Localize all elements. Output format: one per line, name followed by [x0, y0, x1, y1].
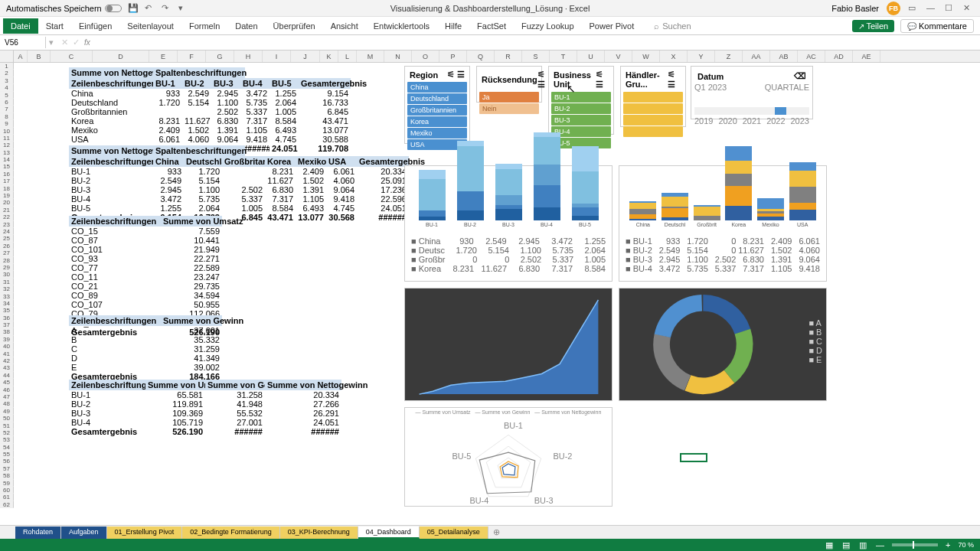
- row-header[interactable]: 1: [0, 63, 14, 70]
- row-header[interactable]: 30: [0, 271, 14, 278]
- col-header[interactable]: R: [495, 51, 522, 62]
- row-header[interactable]: 28: [0, 257, 14, 264]
- row-header[interactable]: 22: [0, 214, 14, 220]
- row-header[interactable]: 50: [0, 415, 14, 422]
- slicer-item[interactable]: [623, 126, 683, 137]
- row-header[interactable]: 32: [0, 285, 14, 292]
- toggle-icon[interactable]: [105, 5, 122, 12]
- row-header[interactable]: 33: [0, 293, 14, 300]
- tab-seitenlayout[interactable]: Seitenlayout: [119, 18, 181, 34]
- sheet-tab[interactable]: 04_Dashboard: [358, 527, 420, 539]
- slicer-item[interactable]: Deutschland: [407, 93, 467, 104]
- slicer-item[interactable]: BU-3: [551, 115, 611, 126]
- row-header[interactable]: 4: [0, 84, 14, 91]
- qat-dropdown-icon[interactable]: ▾: [178, 3, 189, 14]
- chart-area[interactable]: [404, 288, 612, 401]
- col-header[interactable]: N: [384, 51, 412, 62]
- row-header[interactable]: 20: [0, 199, 14, 206]
- col-header[interactable]: E: [149, 51, 178, 62]
- zoom-slider[interactable]: [892, 543, 938, 546]
- autosave-toggle[interactable]: Automatisches Speichern: [6, 4, 122, 13]
- row-header[interactable]: 34: [0, 300, 14, 307]
- slicer-item[interactable]: [623, 115, 683, 126]
- maximize-icon[interactable]: ☐: [945, 3, 956, 14]
- col-header[interactable]: AC: [798, 51, 825, 62]
- row-header[interactable]: 61: [0, 494, 14, 500]
- row-header[interactable]: 11: [0, 135, 14, 142]
- tab-start[interactable]: Start: [38, 18, 71, 34]
- tab-hilfe[interactable]: Hilfe: [437, 18, 469, 34]
- row-header[interactable]: 24: [0, 228, 14, 235]
- slicer-item[interactable]: China: [407, 82, 467, 93]
- close-icon[interactable]: ✕: [963, 3, 974, 14]
- slicer-filter-icon[interactable]: ⚟ ☰: [537, 70, 545, 90]
- share-button[interactable]: ↗ Teilen: [852, 20, 895, 32]
- row-header[interactable]: 25: [0, 235, 14, 242]
- row-header[interactable]: 54: [0, 444, 14, 451]
- tab-ueberpruefen[interactable]: Überprüfen: [266, 18, 323, 34]
- view-pagebreak-icon[interactable]: ▥: [859, 540, 868, 549]
- row-header[interactable]: 7: [0, 106, 14, 112]
- row-header[interactable]: 35: [0, 307, 14, 314]
- sheet-tab[interactable]: Aufgaben: [61, 527, 107, 539]
- col-header[interactable]: L: [338, 51, 357, 62]
- row-header[interactable]: 48: [0, 400, 14, 407]
- fx-icon[interactable]: fx: [84, 38, 90, 47]
- slicer-filter-icon[interactable]: ⚟ ☰: [596, 70, 609, 90]
- row-header[interactable]: 27: [0, 249, 14, 256]
- col-header[interactable]: C: [51, 51, 93, 62]
- row-header[interactable]: 39: [0, 336, 14, 343]
- slicer-item[interactable]: BU-1: [551, 92, 611, 103]
- selected-cell[interactable]: [680, 453, 707, 462]
- col-header[interactable]: B: [28, 51, 51, 62]
- row-header[interactable]: 3: [0, 77, 14, 84]
- row-header[interactable]: 26: [0, 243, 14, 249]
- col-header[interactable]: S: [522, 51, 550, 62]
- col-header[interactable]: V: [605, 51, 632, 62]
- col-header[interactable]: O: [412, 51, 439, 62]
- row-header[interactable]: 41: [0, 350, 14, 357]
- slicer-item[interactable]: [623, 103, 683, 114]
- col-header[interactable]: U: [577, 51, 605, 62]
- tab-factset[interactable]: FactSet: [469, 18, 514, 34]
- row-header[interactable]: 42: [0, 357, 14, 364]
- row-header[interactable]: 23: [0, 221, 14, 228]
- name-box[interactable]: V56: [0, 37, 46, 48]
- zoom-level[interactable]: 70 %: [958, 541, 974, 549]
- timeline-clear-icon[interactable]: ⌫: [794, 71, 806, 81]
- row-header[interactable]: 57: [0, 465, 14, 472]
- cancel-formula-icon[interactable]: ✕: [61, 37, 68, 47]
- tab-powerpivot[interactable]: Power Pivot: [582, 18, 642, 34]
- pivot-table-1[interactable]: Summe von NettogewinnSpaltenbeschriftung…: [69, 67, 351, 153]
- row-header[interactable]: 37: [0, 321, 14, 328]
- row-header[interactable]: 51: [0, 422, 14, 429]
- col-header[interactable]: A: [14, 51, 28, 62]
- view-normal-icon[interactable]: ▦: [825, 540, 835, 549]
- sheet-tab[interactable]: 02_Bedingte Formatierung: [182, 527, 280, 539]
- col-header[interactable]: AB: [770, 51, 798, 62]
- avatar[interactable]: FB: [887, 2, 900, 15]
- search-field[interactable]: ⌕ Suchen: [654, 21, 691, 31]
- chart-radar[interactable]: — Summe von Umsatz — Summe von Gewinn — …: [404, 407, 612, 507]
- row-header[interactable]: 52: [0, 429, 14, 436]
- slicer-item[interactable]: Nein: [479, 103, 539, 114]
- row-header[interactable]: 31: [0, 279, 14, 285]
- col-header[interactable]: M: [357, 51, 384, 62]
- row-header[interactable]: 49: [0, 408, 14, 415]
- chart-stacked-bar-region[interactable]: ChinaDeutschlGroßbritKoreaMexikoUSA ■ BU…: [619, 165, 827, 282]
- col-header[interactable]: W: [632, 51, 660, 62]
- tab-fuzzylookup[interactable]: Fuzzy Lookup: [514, 18, 581, 34]
- chart-donut[interactable]: ■ A■ B■ C■ D■ E: [619, 288, 827, 401]
- enter-formula-icon[interactable]: ✓: [73, 37, 80, 47]
- minimize-icon[interactable]: —: [926, 3, 937, 14]
- row-header[interactable]: 14: [0, 156, 14, 163]
- row-header[interactable]: 40: [0, 343, 14, 350]
- col-header[interactable]: Y: [688, 51, 715, 62]
- pivot-table-5[interactable]: ZeilenbeschriftungenSumme von UmsatzSumm…: [69, 380, 341, 436]
- row-header[interactable]: 16: [0, 171, 14, 178]
- row-header[interactable]: 6: [0, 99, 14, 106]
- row-header[interactable]: 10: [0, 128, 14, 135]
- row-header[interactable]: 2: [0, 70, 14, 77]
- row-header[interactable]: 5: [0, 92, 14, 99]
- row-header[interactable]: 46: [0, 386, 14, 393]
